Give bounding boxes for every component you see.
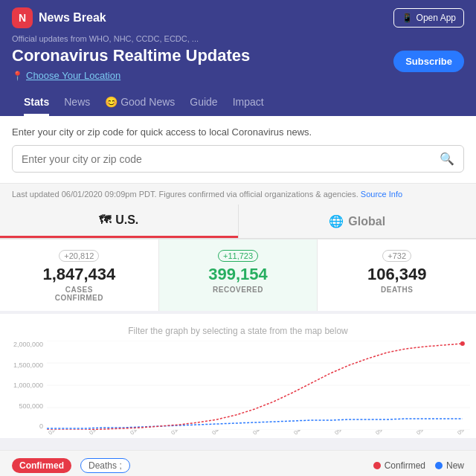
phone-icon: 📱 [402, 13, 413, 23]
confirmed-legend-tag[interactable]: Confirmed [12, 458, 71, 473]
y-label-500k: 500,000 [6, 402, 43, 410]
chart-legend: Confirmed Deaths ; Confirmed New [0, 450, 476, 476]
confirmed-number: 1,847,434 [7, 265, 151, 284]
x-label: 03/01 [88, 430, 103, 436]
search-icon: 🔍 [440, 152, 454, 166]
global-tab[interactable]: 🌐 Global [239, 205, 477, 238]
deaths-card: +732 106,349 DEATHS [318, 239, 476, 311]
last-updated-bar: Last updated 06/01/2020 09:09pm PDT. Fig… [0, 184, 476, 205]
tab-stats[interactable]: Stats [24, 89, 49, 116]
source-info-link[interactable]: Source Info [361, 190, 402, 199]
location-label[interactable]: Choose Your Location [26, 70, 120, 81]
chart-svg [47, 341, 470, 430]
last-updated-text: Last updated 06/01/2020 09:09pm PDT. Fig… [12, 190, 358, 199]
x-label: 03/10 [129, 430, 144, 436]
deaths-legend-tag[interactable]: Deaths ; [80, 458, 130, 473]
search-box[interactable]: 🔍 [12, 145, 464, 173]
y-label-1m: 1,000,000 [6, 382, 43, 389]
x-label: 04/10 [251, 430, 266, 436]
official-text: Official updates from WHO, NHC, CCDC, EC… [12, 34, 464, 43]
recovered-label: RECOVERED [167, 286, 310, 294]
brand: N News Break [12, 7, 106, 28]
search-input[interactable] [22, 153, 440, 165]
confirmed-card: +20,812 1,847,434 CASESCONFIRMED [0, 239, 159, 311]
y-label-0: 0 [6, 422, 43, 430]
stats-row: +20,812 1,847,434 CASESCONFIRMED +11,723… [0, 239, 476, 311]
location-row[interactable]: 📍 Choose Your Location [12, 70, 250, 81]
subscribe-button[interactable]: Subscribe [393, 51, 464, 72]
search-hint: Enter your city or zip code for quick ac… [12, 126, 464, 138]
deaths-dot-label: New [446, 460, 464, 471]
confirmed-end-dot [460, 341, 465, 346]
us-tab-label: U.S. [115, 213, 138, 227]
x-label: 05/30 [456, 430, 471, 436]
y-label-1-5m: 1,500,000 [6, 361, 43, 369]
confirmed-dot-label: Confirmed [385, 460, 425, 471]
x-label: 04/01 [210, 430, 225, 436]
confirmed-delta: +20,812 [59, 250, 99, 262]
y-label-2m: 2,000,000 [6, 341, 43, 348]
x-label: 04/20 [292, 430, 307, 436]
deaths-legend-label: Deaths [89, 460, 117, 471]
tab-news[interactable]: News [64, 89, 90, 116]
deaths-delta: +732 [382, 250, 411, 262]
deaths-legend-semicolon: ; [119, 460, 121, 471]
region-tabs: 🗺 U.S. 🌐 Global [0, 205, 476, 239]
search-section: Enter your city or zip code for quick ac… [0, 116, 476, 184]
deaths-label: DEATHS [325, 286, 469, 294]
brand-name: News Break [39, 11, 106, 25]
brand-icon: N [12, 7, 33, 28]
confirmed-label: CASESCONFIRMED [7, 286, 151, 302]
tab-good-news[interactable]: 😊 Good News [105, 89, 175, 116]
recovered-delta: +11,723 [218, 250, 258, 262]
chart-section: Filter the graph by selecting a state fr… [0, 314, 476, 438]
nav-tabs: Stats News 😊 Good News Guide Impact [12, 89, 464, 116]
deaths-legend-dot [435, 462, 443, 469]
chart-filter-text: Filter the graph by selecting a state fr… [0, 321, 476, 341]
us-tab[interactable]: 🗺 U.S. [0, 205, 238, 238]
x-label: 05/01 [333, 430, 348, 436]
new-legend-item: Confirmed New [373, 460, 464, 471]
x-label: 05/10 [374, 430, 389, 436]
global-tab-label: Global [348, 215, 385, 228]
chart-canvas [47, 341, 470, 430]
deaths-line [47, 419, 463, 428]
x-label: 05/20 [415, 430, 430, 436]
tab-guide[interactable]: Guide [190, 89, 217, 116]
page-title: Coronavirus Realtime Updates [12, 46, 250, 65]
deaths-number: 106,349 [325, 265, 469, 284]
recovered-card: +11,723 399,154 RECOVERED [159, 239, 318, 311]
location-pin-icon: 📍 [12, 71, 23, 81]
x-axis: 02/24 03/01 03/10 03/20 04/01 04/10 04/2… [0, 430, 476, 438]
tab-impact[interactable]: Impact [233, 89, 264, 116]
recovered-number: 399,154 [167, 265, 310, 284]
us-map-icon: 🗺 [99, 213, 111, 227]
y-axis: 2,000,000 1,500,000 1,000,000 500,000 0 [6, 341, 47, 430]
confirmed-line [47, 344, 463, 430]
x-label: 03/20 [170, 430, 184, 436]
confirmed-legend-dot [373, 462, 381, 469]
global-icon: 🌐 [329, 214, 344, 228]
x-label: 02/24 [47, 430, 62, 436]
open-app-button[interactable]: 📱 Open App [393, 8, 464, 28]
